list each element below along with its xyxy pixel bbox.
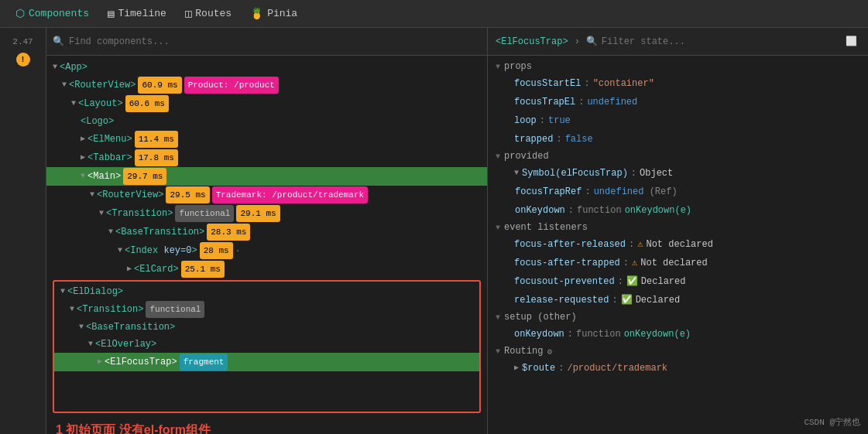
prop-colon: : [584,76,589,91]
section-routing-title: Routing [504,346,543,357]
tree-node-eloverlay[interactable]: ▼ <ElOverlay> [54,336,479,353]
arrow-icon: ▼ [118,243,122,258]
state-content: ▼ props focusStartEl : "container" focus… [488,56,868,434]
gear-icon[interactable]: ⚙ [547,347,552,357]
badge-functional: functional [175,205,234,222]
tree-node-routerview-1[interactable]: ▼ <RouterView> 60.9 ms Product: /product [46,76,487,94]
component-search-input[interactable] [69,36,481,47]
tab-routes[interactable]: ◫ Routes [176,4,241,23]
left-sidebar: 2.47 ! [0,28,46,434]
tree-node-eldialog[interactable]: ▼ <ElDialog> [54,283,479,300]
tab-pinia[interactable]: 🍍 Pinia [241,4,307,23]
prop-colon: : [568,203,574,218]
prop-route: ▶ $route : /product/trademark [488,359,868,378]
tree-node-routerview-2[interactable]: ▼ <RouterView> 29.5 ms Trademark: /produ… [46,186,487,204]
tag-text: <Index key=0> [125,243,197,258]
prop-colon: : [618,274,623,289]
tag-text: <RouterView> [97,187,163,203]
tab-timeline[interactable]: ▤ Timeline [98,4,176,23]
tag-text: <ElCard> [134,261,179,277]
tree-panel: 🔍 ▼ <App> ▼ <RouterView> 60.9 ms Product… [46,28,488,434]
screenshot-icon[interactable]: ⬜ [842,32,860,50]
tab-components-label: Components [29,8,89,19]
section-events-title: event listeners [504,222,588,233]
arrow-icon: ▼ [79,320,84,335]
tree-node-app[interactable]: ▼ <App> [46,59,487,76]
tab-components[interactable]: ⬡ Components [6,4,98,23]
pinia-icon: 🍍 [250,7,263,20]
function-link[interactable]: onKeydown(e) [624,326,691,342]
main-area: 2.47 ! 🔍 ▼ <App> ▼ <RouterView> 60.9 ms … [0,28,868,434]
dot-indicator: · [235,243,241,258]
prop-focus-after-trapped: focus-after-trapped : ⚠ Not declared [488,254,868,272]
prop-key: focusTrapEl [514,94,575,110]
section-routing-header[interactable]: ▼ Routing ⚙ [488,343,868,359]
state-search: 🔍 [586,36,836,47]
tag-text: <BaseTransition> [86,320,175,335]
tree-node-layout[interactable]: ▼ <Layout> 60.6 ms [46,94,487,113]
prop-value: Not declared [646,237,712,252]
tag-text: <Logo> [81,114,114,129]
tag-text: <ElMenu> [87,132,132,147]
prop-value: Object [640,166,673,181]
arrow-icon: ▼ [88,337,93,352]
prop-value: true [548,113,571,128]
section-props-title: props [504,61,532,72]
badge-fragment: fragment [180,354,228,371]
tree-node-tabbar[interactable]: ▶ <Tabbar> 17.8 ms [46,149,487,167]
arrow-icon: ▶ [127,261,132,277]
tag-text: <Transition> [77,302,143,317]
prop-loop: loop : true [488,111,868,130]
section-arrow-icon: ▼ [496,63,500,71]
tag-text: <BaseTransition> [115,224,204,240]
section-setup-title: setup (other) [504,312,577,323]
prop-focus-after-released: focus-after-released : ⚠ Not declared [488,235,868,254]
badge-time: 60.6 ms [125,95,169,112]
tag-text: <RouterView> [69,77,136,93]
tree-node-index[interactable]: ▼ <Index key=0> 28 ms · [46,241,487,260]
arrow-icon: ▶ [81,150,85,166]
section-events-header[interactable]: ▼ event listeners [488,220,868,235]
state-filter-input[interactable] [602,36,714,47]
badge-time: 28 ms [200,242,233,259]
subprop-onKeydown-provided: onKeydown : function onKeydown(e) [488,201,868,220]
arrow-icon: ▼ [62,77,67,93]
prop-value: function [576,326,621,342]
selected-component-name: <ElFocusTrap> [496,36,568,47]
badge-time: 17.8 ms [135,149,178,166]
section-arrow-icon: ▼ [496,152,500,161]
badge-time: 29.5 ms [166,186,209,203]
prop-colon: : [568,326,573,342]
function-link[interactable]: onKeydown(e) [625,203,691,218]
section-setup-header[interactable]: ▼ setup (other) [488,309,868,325]
prop-colon: : [558,361,564,376]
tree-node-basetransition-2[interactable]: ▼ <BaseTransition> [54,319,479,336]
tree-node-main[interactable]: ▼ <Main> 29.7 ms [46,167,487,186]
arrow-icon: ▶ [81,132,85,147]
section-provided-header[interactable]: ▼ provided [488,149,868,164]
warning-badge: ! [16,53,30,67]
prop-key: loop [514,113,537,128]
prop-key: release-requested [514,292,609,308]
arrow-icon: ▼ [70,302,74,317]
tree-node-logo[interactable]: <Logo> [46,113,487,130]
badge-functional: functional [146,301,204,318]
prop-onKeydown: onKeydown : function onKeydown(e) [488,325,868,343]
expand-icon: ▶ [514,361,519,376]
tree-node-elfocustrap[interactable]: ▶ <ElFocusTrap> fragment [54,353,479,371]
tree-node-transition-1[interactable]: ▼ <Transition> functional 29.1 ms [46,204,487,223]
section-props-header[interactable]: ▼ props [488,59,868,74]
prop-value: Declared [641,274,686,289]
prop-value: function [577,203,622,218]
prop-key: onKeydown [515,203,565,218]
tree-node-elcard[interactable]: ▶ <ElCard> 25.1 ms [46,260,487,279]
prop-value: undefined (Ref) [594,184,678,200]
tree-node-elmenu[interactable]: ▶ <ElMenu> 11.4 ms [46,130,487,149]
prop-colon: : [629,237,634,252]
tree-node-basetransition-1[interactable]: ▼ <BaseTransition> 28.3 ms [46,223,487,241]
prop-colon: : [623,255,629,271]
arrow-icon: ▼ [81,169,85,184]
tree-node-transition-2[interactable]: ▼ <Transition> functional [54,300,479,319]
tab-timeline-label: Timeline [118,8,166,19]
prop-key: focusout-prevented [514,274,615,289]
